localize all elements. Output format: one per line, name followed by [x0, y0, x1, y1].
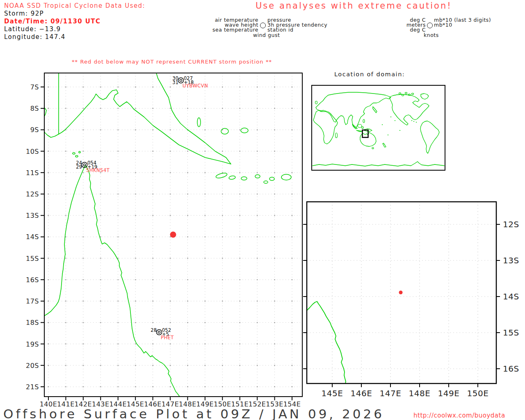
grid-intersection-dot: [48, 151, 49, 151]
grid-intersection-dot: [48, 279, 49, 280]
grid-intersection-dot: [118, 151, 119, 151]
grid-intersection-dot: [83, 172, 84, 173]
grid-intersection-dot: [205, 258, 205, 259]
grid-intersection-dot: [118, 108, 119, 109]
main-surface-map: 7S8S9S10S11S12S13S14S15S16S17S18S19S20S2…: [44, 73, 302, 397]
tc-info-storm: Storm: 92P: [4, 10, 145, 18]
grid-intersection-dot: [292, 322, 292, 323]
grid-intersection-dot: [48, 87, 49, 87]
grid-intersection-dot: [257, 279, 258, 280]
lat-axis-label: 19S: [26, 340, 39, 348]
grid-intersection-dot: [48, 322, 49, 323]
grid-intersection-dot: [257, 215, 258, 216]
grid-intersection-dot: [205, 194, 205, 194]
grid-intersection-dot: [274, 343, 275, 344]
grid-intersection-dot: [100, 108, 101, 109]
station-inner-circle-icon: [83, 164, 85, 166]
grid-intersection-dot: [152, 301, 153, 301]
station-circle-icon: [178, 78, 184, 83]
grid-intersection-dot: [187, 322, 188, 323]
lat-axis-label: 13S: [26, 212, 39, 219]
grid-intersection-dot: [118, 322, 119, 323]
grid-intersection-dot: [292, 108, 292, 109]
grid-intersection-dot: [257, 301, 258, 301]
island: [409, 94, 411, 96]
grid-intersection-dot: [65, 301, 66, 301]
grid-intersection-dot: [100, 194, 101, 194]
coastline: [44, 165, 180, 397]
lat-axis-label: 12S: [26, 190, 39, 198]
grid-intersection-dot: [222, 322, 223, 323]
grid-intersection-dot: [48, 343, 49, 344]
grid-intersection-dot: [48, 108, 49, 109]
grid-intersection-dot: [170, 172, 171, 173]
island: [79, 151, 80, 153]
grid-intersection-dot: [170, 365, 171, 366]
grid-intersection-dot: [222, 236, 223, 237]
station-sea-temp: 31: [172, 80, 178, 85]
grid-intersection-dot: [187, 151, 188, 151]
grid-intersection-dot: [135, 151, 136, 151]
continent-outline: [316, 92, 391, 128]
island: [264, 181, 268, 183]
grid-intersection-dot: [240, 87, 240, 87]
grid-intersection-dot: [118, 87, 119, 87]
grid-intersection-dot: [65, 151, 66, 151]
grid-intersection-dot: [292, 87, 292, 87]
lat-axis-label: 10S: [26, 148, 39, 155]
grid-intersection-dot: [205, 172, 205, 173]
grid-intersection-dot: [152, 258, 153, 259]
station-circle-icon: [157, 330, 162, 335]
grid-intersection-dot: [135, 172, 136, 173]
grid-intersection-dot: [48, 194, 49, 194]
grid-intersection-dot: [48, 129, 49, 130]
lat-axis-label: 17S: [26, 297, 39, 305]
grid-intersection-dot: [257, 343, 258, 344]
grid-intersection-dot: [100, 343, 101, 344]
grid-intersection-dot: [187, 236, 188, 237]
grid-intersection-dot: [187, 172, 188, 173]
lat-axis-label: 16S: [26, 276, 39, 284]
grid-intersection-dot: [135, 87, 136, 87]
lon-axis-label: 146E: [351, 388, 372, 398]
grid-intersection-dot: [135, 108, 136, 109]
lat-axis-label: 20S: [26, 362, 39, 370]
grid-intersection-dot: [274, 172, 275, 173]
grid-intersection-dot: [205, 236, 205, 237]
island: [362, 127, 363, 129]
grid-intersection-dot: [292, 129, 292, 130]
grid-intersection-dot: [257, 194, 258, 194]
grid-intersection-dot: [65, 215, 66, 216]
island-dot: [395, 120, 395, 121]
lon-axis-label: 150E: [467, 388, 489, 398]
grid-intersection-dot: [65, 258, 66, 259]
grid-intersection-dot: [100, 215, 101, 216]
lat-axis-label: 11S: [26, 169, 39, 177]
grid-intersection-dot: [170, 129, 171, 130]
coastline: [44, 132, 59, 137]
grid-intersection-dot: [187, 301, 188, 301]
grid-intersection-dot: [100, 322, 101, 323]
grid-intersection-dot: [274, 236, 275, 237]
grid-intersection-dot: [205, 279, 205, 280]
grid-intersection-dot: [274, 365, 275, 366]
grid-intersection-dot: [292, 194, 292, 194]
island: [228, 176, 235, 180]
island: [412, 93, 414, 95]
grid-intersection-dot: [222, 258, 223, 259]
grid-intersection-dot: [292, 258, 292, 259]
lon-axis-label: 149E: [438, 388, 460, 398]
legend-unit-mb10: mb*10: [434, 22, 452, 28]
grid-intersection-dot: [48, 215, 49, 216]
station-id: PHET: [161, 335, 174, 340]
island: [197, 118, 201, 127]
grid-intersection-dot: [170, 108, 171, 109]
station-id: 5HKNS4T: [86, 167, 110, 173]
grid-intersection-dot: [170, 279, 171, 280]
grid-intersection-dot: [292, 343, 292, 344]
lat-axis-label: 14S: [26, 233, 39, 241]
grid-intersection-dot: [83, 194, 84, 194]
lat-axis-label: 7S: [30, 83, 39, 91]
grid-intersection-dot: [170, 322, 171, 323]
grid-intersection-dot: [240, 365, 240, 366]
